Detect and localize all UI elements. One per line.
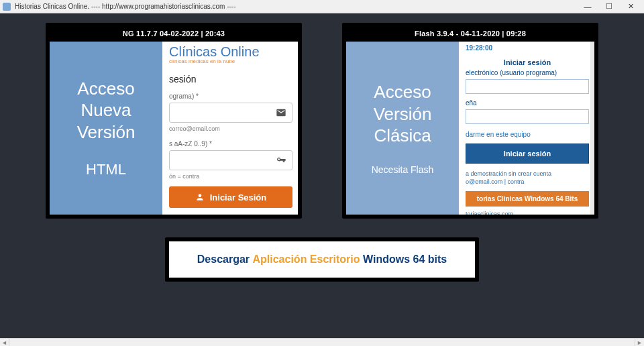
flash-time: 19:28:00 — [466, 44, 589, 52]
flash-login-button[interactable]: Iniciar sesión — [466, 143, 589, 164]
flash-password-label: eña — [466, 99, 589, 107]
window-titlebar: Historias Clinicas Online. ---- http://w… — [0, 0, 644, 13]
brand-title: Clínicas Online — [169, 44, 292, 60]
scroll-right-arrow-icon[interactable]: ► — [635, 339, 644, 347]
overlay-line: Acceso — [374, 81, 431, 103]
new-version-panel: Clínicas Online clínicas médicas en la n… — [162, 42, 298, 215]
flash-email-label: electrónico (usuario programa) — [466, 69, 589, 76]
email-helper: correo@email.com — [169, 125, 292, 132]
flash-email-field[interactable] — [466, 79, 589, 94]
flash-password-field[interactable] — [466, 109, 589, 124]
overlay-line: Clásica — [374, 125, 431, 147]
email-field[interactable] — [169, 103, 292, 123]
email-label: ograma) * — [169, 93, 292, 100]
password-helper: ón = contra — [169, 173, 292, 180]
flash-footer-link[interactable]: toriasclinicas.com — [466, 211, 589, 215]
password-label: s aA-zZ 0..9) * — [169, 140, 292, 148]
brand-subtitle: clínicas médicas en la nube — [169, 58, 292, 64]
classic-version-overlay: Acceso Versión Clásica Necesita Flash — [346, 42, 459, 215]
new-version-overlay: Acceso Nueva Versión HTML — [50, 42, 162, 215]
flash-login-title: Iniciar sesión — [466, 58, 589, 66]
classic-version-header: Flash 3.9.4 - 04-11-2020 | 09:28 — [346, 27, 594, 42]
login-button[interactable]: Iniciar Sesión — [169, 186, 292, 208]
window-title: Historias Clinicas Online. ---- http://w… — [15, 3, 577, 10]
classic-version-body: Acceso Versión Clásica Necesita Flash 19… — [346, 42, 594, 215]
key-icon — [276, 155, 286, 166]
classic-version-card[interactable]: Flash 3.9.4 - 04-11-2020 | 09:28 Acceso … — [342, 23, 598, 219]
scroll-left-arrow-icon[interactable]: ◄ — [0, 339, 9, 347]
password-field[interactable] — [169, 150, 292, 170]
person-icon — [195, 192, 205, 202]
mail-icon — [276, 107, 286, 118]
new-version-body: Acceso Nueva Versión HTML Clínicas Onlin… — [50, 42, 298, 215]
window-maximize-button[interactable]: ☐ — [598, 2, 620, 11]
horizontal-scrollbar[interactable]: ◄ ► — [0, 338, 644, 346]
overlay-tech: HTML — [86, 160, 126, 179]
download-post: Windows 64 bits — [360, 253, 447, 265]
viewport: NG 11.7.7 04-02-2022 | 20:43 Acceso Nuev… — [0, 13, 644, 346]
classic-version-panel: 19:28:00 Iniciar sesión electrónico (usu… — [459, 42, 594, 215]
flash-demo-link[interactable]: a demostración sin crear cuenta o@email.… — [466, 170, 589, 186]
download-highlight: Aplicación Escritorio — [253, 253, 360, 265]
overlay-line: Versión — [77, 121, 136, 143]
download-card[interactable]: Descargar Aplicación Escritorio Windows … — [165, 237, 479, 282]
form-title: sesión — [169, 74, 292, 84]
download-row: Descargar Aplicación Escritorio Windows … — [23, 237, 621, 282]
app-icon — [3, 3, 11, 11]
overlay-line: Acceso — [77, 78, 134, 100]
flash-demo-line1: a demostración sin crear cuenta — [466, 170, 551, 177]
window-close-button[interactable]: ✕ — [620, 2, 641, 11]
login-button-label: Iniciar Sesión — [210, 192, 267, 203]
download-pre: Descargar — [197, 253, 253, 265]
flash-scroll-stripe — [590, 42, 594, 215]
new-version-header: NG 11.7.7 04-02-2022 | 20:43 — [50, 27, 298, 42]
flash-remember-label[interactable]: darme en este equipo — [466, 131, 589, 138]
new-version-card[interactable]: NG 11.7.7 04-02-2022 | 20:43 Acceso Nuev… — [46, 23, 302, 219]
cards-row: NG 11.7.7 04-02-2022 | 20:43 Acceso Nuev… — [23, 23, 621, 219]
overlay-line: Nueva — [80, 99, 131, 121]
download-text: Descargar Aplicación Escritorio Windows … — [169, 241, 475, 278]
flash-demo-line2: o@email.com | contra — [466, 178, 525, 185]
overlay-line: Versión — [374, 103, 432, 125]
window-minimize-button[interactable]: — — [577, 3, 598, 11]
flash-download-button[interactable]: torias Clinicas Windows 64 Bits — [466, 191, 589, 207]
overlay-sub: Necesita Flash — [372, 164, 434, 175]
